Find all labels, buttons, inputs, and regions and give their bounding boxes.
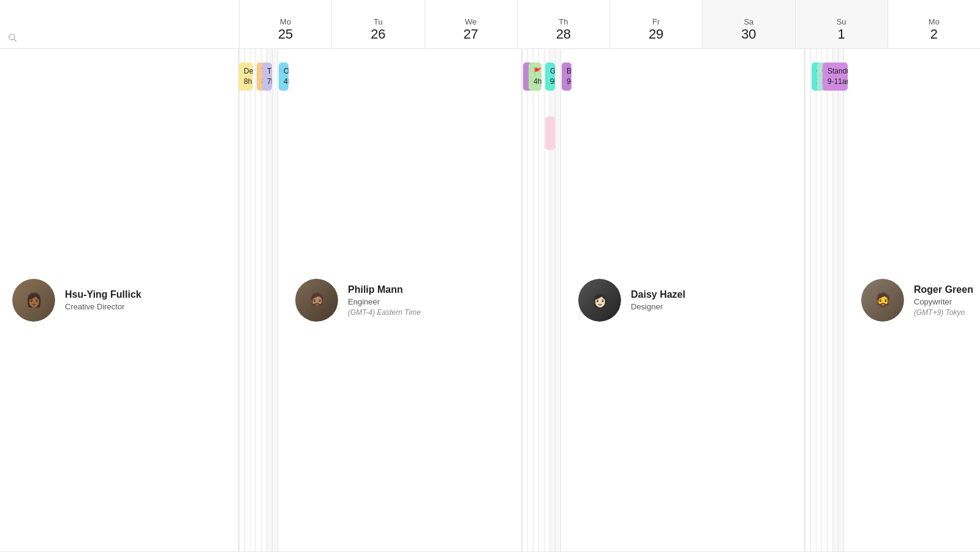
person-name-hsu: Hsu-Ying Fullick: [65, 289, 141, 300]
cell-daisy-tu26: [810, 49, 816, 551]
day-num: 25: [278, 26, 293, 42]
person-role-hsu: Creative Director: [65, 302, 141, 311]
day-num: 30: [741, 26, 756, 42]
row-hsu: 👩🏾 Hsu-Ying Fullick Creative Director: [0, 49, 283, 552]
event-title: Standup: [827, 66, 843, 77]
day-header-fr29: Fr 29: [609, 0, 702, 48]
avatar-hsu: 👩🏾: [12, 279, 55, 322]
cell-hsu-su1: [272, 49, 277, 551]
flag-icon: 🚩: [533, 67, 541, 75]
cell-hsu-we27: [250, 49, 255, 551]
day-name: Su: [837, 17, 846, 26]
cell-daisy-sa30: [832, 49, 838, 551]
person-name-daisy: Daisy Hazel: [631, 289, 685, 300]
cell-hsu-mo25: [239, 49, 244, 551]
person-name-philip: Philip Mann: [348, 284, 421, 295]
person-info-roger: 🧔 Roger Green Copywriter (GMT+9) Tokyo: [849, 49, 980, 551]
cell-philip-mo2: [560, 49, 566, 551]
person-details-philip: Philip Mann Engineer (GMT-4) Eastern Tim…: [348, 284, 421, 317]
day-num: 2: [930, 26, 938, 42]
cell-hsu-fr29: [261, 49, 266, 551]
event-design-copywriting[interactable]: Design & Copywriting (DC76) | Ali's Bisc…: [239, 62, 253, 91]
day-name: Mo: [280, 17, 291, 26]
day-headers: Mo 25 Tu 26 We 27 Th 28 Fr 29 Sa 30: [239, 0, 980, 48]
person-details-hsu: Hsu-Ying Fullick Creative Director: [65, 289, 141, 311]
event-standup[interactable]: Standup 9-11am every day: [823, 62, 848, 91]
person-details-daisy: Daisy Hazel Designer: [631, 289, 685, 311]
day-name: Tu: [374, 17, 383, 26]
svg-point-0: [9, 34, 15, 40]
day-name: We: [465, 17, 477, 26]
day-num: 27: [463, 26, 478, 42]
header-person-col: [0, 0, 239, 48]
avatar-image-roger: 🧔: [861, 279, 904, 322]
row-philip: 🧔🏽 Philip Mann Engineer (GMT-4) Eastern …: [283, 49, 566, 552]
cell-daisy-su1: [838, 49, 843, 551]
cell-hsu-mo2: [277, 49, 283, 551]
person-name-roger: Roger Green: [914, 284, 973, 295]
person-role-philip: Engineer: [348, 297, 421, 306]
event-sub: 8h per day: [244, 77, 248, 87]
person-tz-philip: (GMT-4) Eastern Time: [348, 308, 421, 317]
person-details-roger: Roger Green Copywriter (GMT+9) Tokyo: [914, 284, 973, 317]
cell-daisy-th28: [821, 49, 827, 551]
day-header-tu26: Tu 26: [331, 0, 424, 48]
row-roger: 🧔 Roger Green Copywriter (GMT+9) Tokyo: [849, 49, 980, 552]
event-title: 🚩 The Monsters Awake | Clikz: [533, 66, 537, 77]
event-beginning-2[interactable]: Beginning of... 9-11am ever...: [562, 62, 571, 91]
cell-philip-su1: [555, 49, 560, 551]
event-sub: 4h per day: [533, 77, 537, 87]
cell-daisy-fr29: [827, 49, 832, 551]
grid-row-daisy: Green Sox 2h Company M... 3-4pm Standup …: [805, 49, 849, 551]
calendar-wrapper: Mo 25 Tu 26 We 27 Th 28 Fr 29 Sa 30: [0, 0, 980, 552]
day-name: Sa: [744, 17, 753, 26]
event-green-sox-1[interactable]: Green Sox 9h: [545, 62, 555, 91]
cell-philip-tu26: [527, 49, 533, 551]
cell-hsu-tu26: [244, 49, 250, 551]
event-oceans14[interactable]: Oceans 14 4h: [279, 62, 288, 91]
event-title: Design & Copywriting (DC76) | Ali's Bisc…: [244, 66, 248, 77]
grid-row-philip: Beginning of... 9-11am 🚩 The Monsters Aw…: [522, 49, 566, 551]
cell-hsu-th28: [255, 49, 261, 551]
search-icon: [7, 32, 17, 42]
cell-daisy-mo2: [843, 49, 849, 551]
day-header-su1: Su 1: [795, 0, 888, 48]
row-daisy: 👩🏻 Daisy Hazel Designer: [566, 49, 849, 552]
day-num: 1: [838, 26, 845, 42]
avatar-roger: 🧔: [861, 279, 904, 322]
day-num: 28: [556, 26, 571, 42]
cell-hsu-sa30: [266, 49, 272, 551]
day-header-mo25: Mo 25: [239, 0, 331, 48]
avatar-image-hsu: 👩🏾: [12, 279, 55, 322]
svg-line-1: [14, 39, 17, 42]
person-role-daisy: Designer: [631, 302, 685, 311]
day-name: Mo: [929, 17, 940, 26]
avatar-philip: 🧔🏽: [295, 279, 338, 322]
calendar-header: Mo 25 Tu 26 We 27 Th 28 Fr 29 Sa 30: [0, 0, 980, 49]
event-monsters-1[interactable]: 🚩 The Monsters Awake | Clikz 4h per day: [529, 62, 541, 91]
event-pink-fr29[interactable]: [545, 116, 555, 150]
cell-philip-th28: [538, 49, 544, 551]
calendar-body: 👩🏾 Hsu-Ying Fullick Creative Director: [0, 49, 980, 552]
cell-philip-we27: [533, 49, 538, 551]
person-info-daisy: 👩🏻 Daisy Hazel Designer: [566, 49, 805, 551]
event-tl-motors[interactable]: TL Motors 7h: [262, 62, 272, 91]
day-header-we27: We 27: [424, 0, 517, 48]
day-num: 26: [371, 26, 385, 42]
day-header-sa30: Sa 30: [702, 0, 794, 48]
person-role-roger: Copywriter: [914, 297, 973, 306]
grid-row-hsu: Design & Copywriting (DC76) | Ali's Bisc…: [239, 49, 283, 551]
cell-philip-mo25: [522, 49, 527, 551]
avatar-image-philip: 🧔🏽: [295, 279, 338, 322]
avatar-daisy: 👩🏻: [578, 279, 621, 322]
person-tz-roger: (GMT+9) Tokyo: [914, 308, 973, 317]
day-header-mo2: Mo 2: [888, 0, 980, 48]
day-name: Fr: [652, 17, 660, 26]
person-info-hsu: 👩🏾 Hsu-Ying Fullick Creative Director: [0, 49, 239, 551]
day-num: 29: [649, 26, 663, 42]
avatar-image-daisy: 👩🏻: [578, 279, 621, 322]
day-name: Th: [559, 17, 568, 26]
search-button[interactable]: [7, 32, 17, 42]
person-info-philip: 🧔🏽 Philip Mann Engineer (GMT-4) Eastern …: [283, 49, 522, 551]
cell-daisy-mo25: [805, 49, 810, 551]
